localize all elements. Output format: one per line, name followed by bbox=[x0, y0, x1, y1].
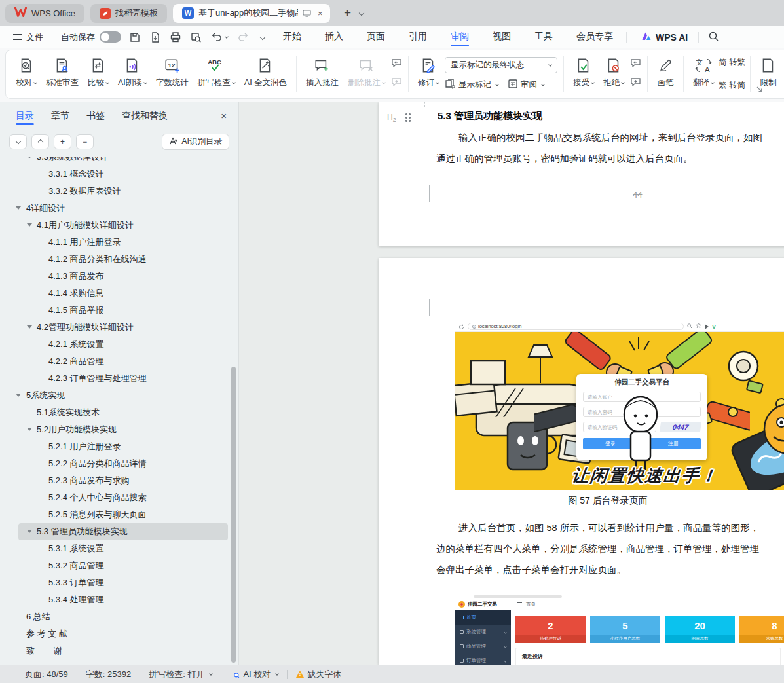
toc-item[interactable]: 4.1.2 商品分类和在线沟通 bbox=[0, 251, 231, 268]
sidebar-close-icon[interactable]: × bbox=[221, 110, 227, 121]
toc-item[interactable]: 5.3.2 商品管理 bbox=[0, 557, 231, 574]
sidebar-tab-目录[interactable]: 目录 bbox=[16, 110, 34, 127]
toc-item[interactable]: 4.2管理功能模块详细设计 bbox=[0, 319, 231, 336]
previous-comment-icon[interactable] bbox=[391, 58, 402, 70]
missing-font-warning[interactable]: 缺失字体 bbox=[296, 669, 341, 680]
show-markup-button[interactable]: 显示标记 bbox=[445, 79, 498, 91]
next-change-icon[interactable] bbox=[630, 77, 641, 89]
to-simplified-button[interactable]: 繁 转简 bbox=[719, 80, 745, 91]
toc-item[interactable]: 4详细设计 bbox=[0, 200, 231, 217]
page-1[interactable]: H2 5.3 管理员功能模块实现 输入正确的校园二手物品交易系统后台的网址，来到… bbox=[379, 102, 784, 246]
tab-document-active[interactable]: W 基于uni-app的校园二手物品 × bbox=[173, 4, 330, 23]
toc-item[interactable]: 5.1系统实现技术 bbox=[0, 404, 231, 421]
toc-item[interactable]: 5.3.1 系统设置 bbox=[0, 540, 231, 557]
toc-collapse-button[interactable] bbox=[31, 134, 49, 149]
toc-zoom-out-button[interactable]: − bbox=[76, 134, 94, 149]
toc-collapse-caret-icon[interactable] bbox=[27, 530, 32, 533]
file-menu[interactable]: 文件 bbox=[9, 31, 47, 43]
toc-item[interactable]: 5系统实现 bbox=[0, 387, 231, 404]
reject-button[interactable]: 拒绝 bbox=[599, 54, 629, 95]
sidebar-tab-章节[interactable]: 章节 bbox=[51, 110, 69, 127]
toc-collapse-caret-icon[interactable] bbox=[27, 223, 32, 227]
menu-tab-视图[interactable]: 视图 bbox=[491, 28, 512, 46]
ai-polish-button[interactable]: AI 全文润色 bbox=[240, 54, 291, 95]
wps-ai-button[interactable]: WPS AI bbox=[641, 31, 688, 43]
toc-item[interactable]: 5.3 管理员功能模块实现 bbox=[0, 523, 231, 540]
toc-item[interactable]: 参 考 文 献 bbox=[0, 625, 231, 642]
toc-item[interactable]: 4.2.3 订单管理与处理管理 bbox=[0, 370, 231, 387]
menu-tab-页面[interactable]: 页面 bbox=[365, 28, 386, 46]
to-traditional-button[interactable]: 简 转繁 bbox=[719, 57, 745, 68]
toc-collapse-caret-icon[interactable] bbox=[16, 394, 21, 397]
insert-comment-button[interactable]: 插入批注 bbox=[301, 54, 343, 95]
previous-change-icon[interactable] bbox=[630, 58, 641, 70]
print-preview-icon[interactable] bbox=[190, 31, 202, 43]
proofread-button[interactable]: 校对 bbox=[11, 54, 41, 95]
page-indicator[interactable]: 页面: 48/59 bbox=[25, 669, 68, 680]
toc-item[interactable]: 5.2用户功能模块实现 bbox=[0, 421, 231, 438]
toc-item[interactable]: 6 总结 bbox=[0, 608, 231, 625]
dialog-launcher-icon[interactable] bbox=[756, 83, 762, 95]
translate-button[interactable]: 文A 翻译 bbox=[688, 54, 719, 95]
menu-tab-工具[interactable]: 工具 bbox=[533, 28, 554, 46]
sidebar-tab-查找和替换[interactable]: 查找和替换 bbox=[122, 110, 168, 127]
undo-button[interactable] bbox=[210, 32, 228, 43]
compare-button[interactable]: 比较 bbox=[83, 54, 113, 95]
menu-tab-引用[interactable]: 引用 bbox=[407, 28, 428, 46]
tab-list-chevron-icon[interactable] bbox=[358, 10, 364, 16]
toc-collapse-caret-icon[interactable] bbox=[27, 157, 32, 158]
toc-item[interactable]: 5.3.4 处理管理 bbox=[0, 591, 231, 608]
menu-tab-会员专享[interactable]: 会员专享 bbox=[575, 28, 614, 46]
revision-button[interactable]: 修订 bbox=[413, 54, 443, 95]
toc-item[interactable]: 5.2.3 商品发布与求购 bbox=[0, 472, 231, 489]
history-chevron-icon[interactable] bbox=[260, 34, 265, 39]
export-pdf-icon[interactable] bbox=[149, 31, 161, 43]
sidebar-tab-书签[interactable]: 书签 bbox=[86, 110, 105, 127]
toc-collapse-caret-icon[interactable] bbox=[27, 325, 32, 329]
word-count-indicator[interactable]: 字数: 25392 bbox=[86, 669, 131, 680]
redo-button[interactable] bbox=[236, 32, 250, 43]
spell-check-indicator[interactable]: 拼写检查: 打开 bbox=[149, 669, 212, 680]
toc-item[interactable]: 5.2.4 个人中心与商品搜索 bbox=[0, 489, 231, 506]
next-comment-icon[interactable] bbox=[391, 77, 402, 89]
toc-item[interactable]: 4.1.5 商品举报 bbox=[0, 302, 231, 319]
word-count-button[interactable]: 12 字数统计 bbox=[151, 54, 193, 95]
toc-item[interactable]: 5.2.1 用户注册登录 bbox=[0, 438, 231, 455]
delete-comment-button[interactable]: 删除批注 bbox=[343, 54, 390, 95]
toc-item[interactable]: 4.1用户功能模块详细设计 bbox=[0, 217, 231, 234]
menu-tab-审阅[interactable]: 审阅 bbox=[449, 28, 470, 46]
toc-item[interactable]: 5.2.2 商品分类和商品详情 bbox=[0, 455, 231, 472]
toc-item[interactable]: 致 谢 bbox=[0, 642, 231, 659]
page-2[interactable]: i localhost:8080/login V bbox=[379, 258, 784, 665]
review-button[interactable]: 审阅 bbox=[508, 79, 544, 91]
standard-review-button[interactable]: 标准审查 bbox=[41, 54, 83, 95]
toc-item[interactable]: 3.3.2 数据库表设计 bbox=[0, 183, 231, 200]
ai-recognize-toc-button[interactable]: AI识别目录 bbox=[162, 134, 229, 150]
markup-state-select[interactable]: 显示标记的最终状态 bbox=[445, 57, 557, 73]
tab-docer[interactable]: 找稻壳模板 bbox=[90, 4, 167, 23]
toc-collapse-caret-icon[interactable] bbox=[27, 428, 32, 431]
toc-item[interactable]: 4.1.1 用户注册登录 bbox=[0, 234, 231, 251]
toc-zoom-in-button[interactable]: + bbox=[54, 134, 71, 149]
menu-tab-开始[interactable]: 开始 bbox=[282, 28, 303, 46]
pen-button[interactable]: 画笔 bbox=[652, 54, 679, 95]
ai-proofread-indicator[interactable]: AI 校对 bbox=[230, 669, 278, 680]
menu-tab-插入[interactable]: 插入 bbox=[324, 28, 345, 46]
tab-wps-office[interactable]: WPS Office bbox=[5, 4, 84, 23]
autosave-toggle[interactable] bbox=[100, 31, 121, 43]
save-icon[interactable] bbox=[129, 31, 141, 43]
search-icon[interactable] bbox=[708, 31, 719, 44]
ai-read-button[interactable]: AI朗读 bbox=[113, 54, 151, 95]
toc-item[interactable]: 3.3系统数据库设计 bbox=[0, 157, 231, 166]
toc-item[interactable]: 3.3.1 概念设计 bbox=[0, 166, 231, 183]
document-area[interactable]: H2 5.3 管理员功能模块实现 输入正确的校园二手物品交易系统后台的网址，来到… bbox=[239, 102, 784, 665]
sidebar-scrollbar[interactable] bbox=[231, 367, 236, 663]
toc-item[interactable]: 4.2.2 商品管理 bbox=[0, 353, 231, 370]
spell-check-button[interactable]: ABC 拼写检查 bbox=[193, 54, 240, 95]
toc-item[interactable]: 4.1.3 商品发布 bbox=[0, 268, 231, 285]
workspace-monitor-icon[interactable] bbox=[303, 10, 311, 17]
toc-item[interactable]: 5.3.3 订单管理 bbox=[0, 574, 231, 591]
toc-item[interactable]: 4.1.4 求购信息 bbox=[0, 285, 231, 302]
drag-handle-icon[interactable] bbox=[405, 113, 411, 122]
print-icon[interactable] bbox=[170, 31, 181, 43]
